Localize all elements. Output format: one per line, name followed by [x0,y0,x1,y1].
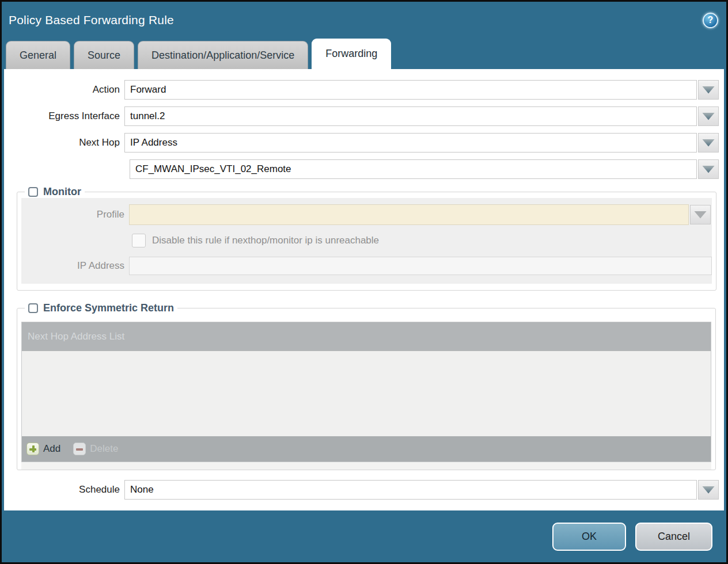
monitor-checkbox[interactable] [28,187,38,197]
table-header-next-hop-address-list: Next Hop Address List [22,322,711,351]
next-hop-label: Next Hop [4,137,124,148]
next-hop-address-dropdown-button[interactable] [698,159,719,179]
monitor-legend-label: Monitor [43,186,81,198]
disable-rule-label: Disable this rule if nexthop/monitor ip … [152,235,379,246]
next-hop-address-value: CF_MWAN_IPsec_VTI_02_Remote [135,163,291,175]
tab-general[interactable]: General [6,41,70,69]
schedule-dropdown-button[interactable] [698,480,719,500]
dialog-title: Policy Based Forwarding Rule [9,13,174,27]
schedule-row: Schedule None [4,480,724,500]
table-body-empty [22,351,711,436]
next-hop-address-list-table: Next Hop Address List Add Delete [21,322,711,462]
add-plus-icon [26,443,39,455]
delete-button: Delete [73,443,118,455]
ok-button[interactable]: OK [552,523,626,551]
tab-destination-application-service[interactable]: Destination/Application/Service [138,41,308,69]
add-button[interactable]: Add [26,443,60,455]
delete-minus-icon [73,443,86,455]
dialog-titlebar: Policy Based Forwarding Rule ? [2,2,726,39]
add-button-label: Add [43,443,60,455]
enforce-symmetric-return-section: Enforce Symmetric Return Next Hop Addres… [17,302,716,470]
cancel-button[interactable]: Cancel [635,523,712,551]
help-icon[interactable]: ? [703,13,718,28]
profile-label: Profile [21,209,129,220]
tab-forwarding[interactable]: Forwarding [312,39,391,69]
monitor-panel: Profile Disable this rule if nexthop/mon… [21,198,712,284]
next-hop-address-row: CF_MWAN_IPsec_VTI_02_Remote [4,159,724,179]
chevron-down-icon [702,166,715,173]
monitor-section: Monitor Profile Disable this rule if nex… [17,186,716,291]
chevron-down-icon [702,113,715,120]
egress-interface-select[interactable]: tunnel.2 [124,106,697,126]
schedule-label: Schedule [4,484,124,496]
enforce-legend: Enforce Symmetric Return [25,302,177,314]
monitor-ip-label: IP Address [21,260,129,272]
next-hop-type-value: IP Address [130,137,177,148]
next-hop-row: Next Hop IP Address [4,133,724,153]
delete-button-label: Delete [90,443,118,455]
profile-row: Profile [21,204,712,225]
action-dropdown-button[interactable] [698,80,719,100]
egress-interface-dropdown-button[interactable] [698,106,719,126]
action-value: Forward [130,84,166,96]
action-row: Action Forward [4,80,724,100]
action-label: Action [4,84,124,96]
monitor-legend: Monitor [25,186,85,198]
tab-bar: General Source Destination/Application/S… [2,39,726,69]
table-toolbar: Add Delete [22,436,711,462]
egress-interface-row: Egress Interface tunnel.2 [4,106,724,126]
table-bottom-strip [21,462,711,470]
forwarding-tab-panel: Action Forward Egress Interface tunnel.2… [4,69,724,510]
chevron-down-icon [694,211,707,219]
monitor-ip-input [129,257,712,275]
next-hop-type-select[interactable]: IP Address [124,133,697,153]
chevron-down-icon [702,86,715,94]
disable-rule-checkbox [132,234,146,247]
enforce-symmetric-return-checkbox[interactable] [28,303,38,313]
schedule-select[interactable]: None [124,480,697,500]
schedule-value: None [130,484,154,496]
pbf-rule-dialog: Policy Based Forwarding Rule ? General S… [0,0,728,564]
egress-interface-label: Egress Interface [4,110,124,122]
enforce-legend-label: Enforce Symmetric Return [43,302,174,314]
egress-interface-value: tunnel.2 [130,110,165,122]
profile-dropdown-button [690,205,711,224]
next-hop-type-dropdown-button[interactable] [698,133,719,153]
chevron-down-icon [702,139,715,147]
tab-source[interactable]: Source [74,41,134,69]
monitor-ip-row: IP Address [21,257,712,275]
profile-select [129,204,689,225]
action-select[interactable]: Forward [124,80,697,100]
next-hop-address-select[interactable]: CF_MWAN_IPsec_VTI_02_Remote [130,159,697,179]
disable-rule-row: Disable this rule if nexthop/monitor ip … [132,234,712,247]
dialog-footer: OK Cancel [2,510,726,562]
chevron-down-icon [702,486,715,494]
